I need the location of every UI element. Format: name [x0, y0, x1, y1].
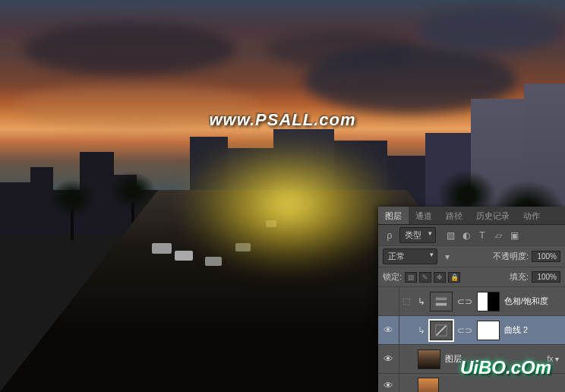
- cloud: [23, 23, 235, 76]
- filter-type-icon[interactable]: T: [475, 229, 489, 242]
- palm-tree: [53, 179, 91, 240]
- filter-adjustment-icon[interactable]: ◐: [459, 229, 473, 242]
- tab-channels[interactable]: 通道: [409, 207, 439, 224]
- lock-pixels-icon[interactable]: ✎: [419, 272, 431, 283]
- opacity-label: 不透明度:: [493, 251, 529, 262]
- blend-mode-dropdown[interactable]: 正常: [383, 248, 437, 264]
- link-column[interactable]: [399, 374, 413, 392]
- blend-arrow-icon[interactable]: ▾: [440, 250, 454, 264]
- lock-position-icon[interactable]: ✥: [434, 272, 446, 283]
- watermark-text: www.PSALL.com: [209, 110, 355, 130]
- overlay-domain-text: UiBO.cOm: [460, 357, 551, 378]
- tab-layers[interactable]: 图层: [378, 207, 409, 224]
- tab-paths[interactable]: 路径: [439, 207, 469, 224]
- visibility-toggle[interactable]: 👁: [378, 316, 399, 344]
- lock-transparent-icon[interactable]: ▨: [405, 272, 417, 283]
- adjustment-thumbnail[interactable]: [430, 292, 453, 311]
- lock-row: 锁定: ▨ ✎ ✥ 🔒 填充: 100%: [378, 267, 565, 287]
- filter-pixel-icon[interactable]: ▧: [443, 229, 457, 242]
- hue-sat-icon: [434, 295, 448, 308]
- car: [175, 251, 193, 261]
- car: [266, 220, 276, 227]
- mask-link-icon[interactable]: ⊂⊃: [457, 296, 472, 307]
- fill-label: 填充:: [510, 271, 529, 283]
- layer-name-label[interactable]: 图层: [445, 353, 462, 365]
- lock-label: 锁定:: [383, 271, 402, 283]
- panel-tabs: 图层 通道 路径 历史记录 动作: [378, 207, 565, 225]
- layer-name-label[interactable]: 色相/饱和度: [504, 296, 548, 307]
- car: [152, 243, 172, 254]
- curves-icon: [434, 324, 448, 337]
- clip-indicator-icon: ↳: [418, 325, 425, 336]
- adjustment-thumbnail[interactable]: [430, 321, 453, 340]
- layer-name-label[interactable]: 曲线 2: [504, 324, 528, 336]
- visibility-toggle[interactable]: 👁: [378, 345, 399, 373]
- link-column[interactable]: [399, 345, 413, 373]
- layer-thumbnail[interactable]: [418, 349, 440, 369]
- visibility-toggle[interactable]: 👁: [378, 374, 399, 392]
- tab-actions[interactable]: 动作: [516, 207, 547, 224]
- filter-smart-icon[interactable]: ▣: [507, 229, 521, 242]
- visibility-toggle[interactable]: 👁: [378, 287, 399, 315]
- fill-value[interactable]: 100%: [532, 271, 560, 283]
- filter-shape-icon[interactable]: ▱: [491, 229, 505, 242]
- tab-history[interactable]: 历史记录: [469, 207, 516, 224]
- filter-kind-icon[interactable]: ρ: [383, 229, 396, 242]
- cloud: [418, 8, 562, 53]
- car: [205, 257, 222, 266]
- lock-all-icon[interactable]: 🔒: [448, 272, 460, 283]
- layer-mask-thumbnail[interactable]: [477, 292, 500, 311]
- car: [235, 243, 251, 251]
- blend-row: 正常 ▾ 不透明度: 100%: [378, 246, 565, 267]
- layer-filter-row: ρ 类型 ▧ ◐ T ▱ ▣: [378, 225, 565, 246]
- layer-thumbnail[interactable]: [418, 378, 439, 393]
- layer-mask-thumbnail[interactable]: [477, 321, 500, 340]
- svg-rect-1: [436, 302, 447, 305]
- layer-curves-2[interactable]: 👁 ↳ ⊂⊃ 曲线 2: [378, 316, 565, 345]
- opacity-value[interactable]: 100%: [532, 251, 560, 262]
- link-column[interactable]: ⬚: [399, 287, 413, 315]
- filter-kind-dropdown[interactable]: 类型: [399, 227, 436, 243]
- svg-rect-0: [436, 297, 447, 300]
- mask-link-icon[interactable]: ⊂⊃: [457, 325, 472, 336]
- link-column[interactable]: [399, 316, 413, 344]
- layer-hue-saturation[interactable]: 👁 ⬚ ↳ ⊂⊃ 色相/饱和度: [378, 287, 565, 316]
- clip-indicator-icon: ↳: [418, 296, 425, 307]
